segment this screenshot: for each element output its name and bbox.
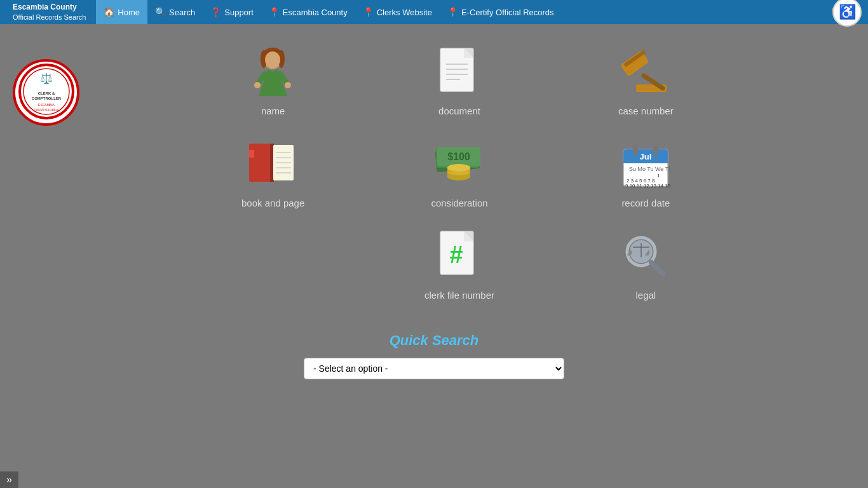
page-wrapper: ⚖️ CLERK & COMPTROLLER ESCAMBIA COUNTY,F… bbox=[0, 24, 868, 488]
quick-search-section: Quick Search - Select an option -DeedsMo… bbox=[0, 332, 868, 379]
svg-text:1: 1 bbox=[657, 173, 660, 179]
consideration-label: consideration bbox=[431, 198, 487, 208]
hash-doc-icon: # bbox=[431, 227, 488, 285]
svg-text:$100: $100 bbox=[447, 151, 470, 162]
svg-rect-51 bbox=[653, 146, 658, 156]
svg-text:Su Mo Tu We Th Fr Sa: Su Mo Tu We Th Fr Sa bbox=[629, 166, 671, 172]
case-number-label: case number bbox=[618, 105, 674, 116]
search-icon: 🔍 bbox=[155, 7, 166, 17]
navbar: Escambia County Official Records Search … bbox=[0, 0, 868, 24]
nav-home[interactable]: 🏠 Home bbox=[96, 0, 147, 24]
svg-text:⚖️: ⚖️ bbox=[40, 72, 53, 85]
svg-text:ESCAMBIA: ESCAMBIA bbox=[38, 103, 55, 107]
search-name[interactable]: name bbox=[199, 37, 347, 123]
search-record-date[interactable]: Jul Su Mo Tu We Th Fr Sa 1 2 3 4 5 6 7 8… bbox=[572, 129, 720, 215]
svg-point-16 bbox=[285, 82, 291, 88]
svg-rect-50 bbox=[633, 146, 638, 156]
svg-text:CLERK &: CLERK & bbox=[37, 92, 55, 95]
logo-svg: ⚖️ CLERK & COMPTROLLER ESCAMBIA COUNTY,F… bbox=[18, 63, 75, 120]
accessibility-icon: ♿ bbox=[839, 4, 856, 20]
nav-ecertify[interactable]: 📍 E-Certify Official Records bbox=[440, 0, 562, 24]
book-page-label: book and page bbox=[241, 198, 304, 208]
svg-rect-36 bbox=[249, 150, 254, 158]
logo-area: ⚖️ CLERK & COMPTROLLER ESCAMBIA COUNTY,F… bbox=[13, 59, 79, 126]
hammer-icon bbox=[617, 43, 674, 100]
document-icon bbox=[431, 43, 488, 100]
pin-icon-2: 📍 bbox=[363, 7, 374, 17]
book-icon bbox=[245, 135, 302, 193]
content-area: name bbox=[0, 24, 868, 379]
quick-search-title: Quick Search bbox=[390, 332, 479, 349]
person-icon bbox=[245, 43, 302, 100]
brand-title: Escambia County bbox=[13, 3, 86, 13]
bottom-toggle[interactable]: » bbox=[0, 471, 18, 488]
search-consideration[interactable]: $100 consideration bbox=[385, 129, 533, 215]
nav-search[interactable]: 🔍 Search bbox=[147, 0, 203, 24]
svg-text:9 10 11 12 13 14 15: 9 10 11 12 13 14 15 bbox=[625, 183, 671, 189]
brand-subtitle: Official Records Search bbox=[13, 13, 86, 22]
nav-escambia[interactable]: 📍 Escambia County bbox=[261, 0, 355, 24]
pin-icon-1: 📍 bbox=[269, 7, 280, 17]
logo-circle: ⚖️ CLERK & COMPTROLLER ESCAMBIA COUNTY,F… bbox=[13, 59, 79, 126]
clerk-file-label: clerk file number bbox=[424, 290, 494, 301]
svg-text:Jul: Jul bbox=[640, 152, 652, 161]
pin-icon-3: 📍 bbox=[447, 7, 458, 17]
record-date-label: record date bbox=[621, 198, 670, 208]
svg-text:COUNTY,FLORIDA: COUNTY,FLORIDA bbox=[34, 109, 58, 112]
svg-text:COMPTROLLER: COMPTROLLER bbox=[31, 97, 61, 100]
search-icon-grid: name bbox=[199, 37, 720, 307]
svg-line-62 bbox=[651, 262, 663, 274]
svg-text:#: # bbox=[449, 241, 463, 268]
svg-point-11 bbox=[265, 51, 280, 68]
search-case-number[interactable]: case number bbox=[572, 37, 720, 123]
home-icon: 🏠 bbox=[104, 7, 114, 17]
nav-support[interactable]: ❓ Support bbox=[203, 0, 261, 24]
svg-point-45 bbox=[447, 164, 470, 172]
name-label: name bbox=[261, 105, 285, 116]
nav-clerks[interactable]: 📍 Clerks Website bbox=[355, 0, 440, 24]
search-legal[interactable]: legal bbox=[572, 221, 720, 307]
search-book-page[interactable]: book and page bbox=[199, 129, 347, 215]
quick-search-select[interactable]: - Select an option -DeedsMortgagesLiensJ… bbox=[304, 358, 564, 379]
search-clerk-file[interactable]: # clerk file number bbox=[385, 221, 533, 307]
legal-label: legal bbox=[635, 290, 656, 301]
brand: Escambia County Official Records Search bbox=[5, 3, 93, 22]
logo-text: ⚖️ CLERK & COMPTROLLER ESCAMBIA COUNTY,F… bbox=[15, 60, 78, 124]
money-icon: $100 bbox=[431, 135, 488, 193]
support-icon: ❓ bbox=[210, 7, 221, 17]
document-label: document bbox=[438, 105, 480, 116]
search-document[interactable]: document bbox=[385, 37, 533, 123]
svg-rect-28 bbox=[249, 144, 271, 182]
calendar-icon: Jul Su Mo Tu We Th Fr Sa 1 2 3 4 5 6 7 8… bbox=[617, 135, 674, 193]
scales-icon bbox=[617, 227, 674, 285]
svg-point-15 bbox=[254, 82, 261, 88]
